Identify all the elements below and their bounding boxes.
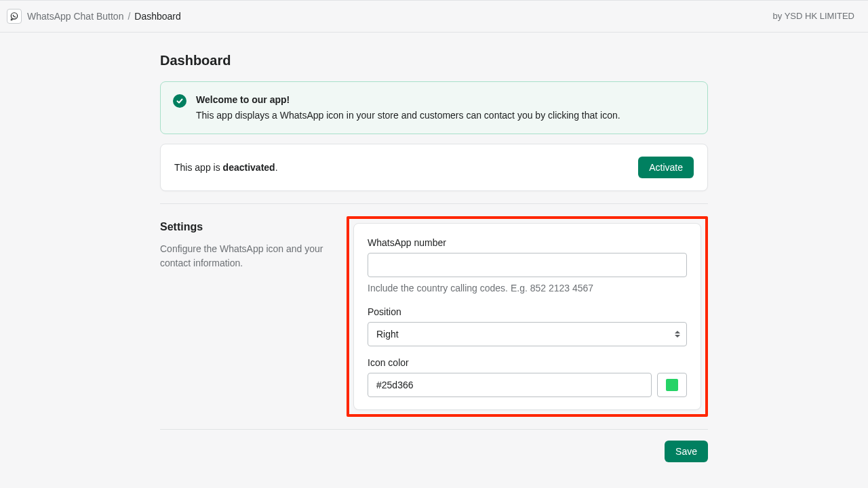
checkmark-icon [176, 97, 184, 105]
page-title: Dashboard [160, 50, 708, 70]
whatsapp-number-help: Include the country calling codes. E.g. … [368, 281, 687, 296]
field-icon-color: Icon color [368, 356, 687, 397]
check-circle-icon [173, 94, 186, 108]
settings-heading: Settings [160, 219, 333, 235]
topbar: WhatsApp Chat Button / Dashboard by YSD … [0, 0, 868, 33]
color-swatch-button[interactable] [657, 373, 687, 397]
settings-side: Settings Configure the WhatsApp icon and… [160, 216, 333, 270]
position-select-wrap: Right [368, 322, 687, 346]
whatsapp-icon [9, 12, 19, 21]
divider [160, 429, 708, 430]
topbar-left: WhatsApp Chat Button / Dashboard [7, 9, 181, 24]
save-button[interactable]: Save [665, 441, 708, 462]
settings-highlight-box: WhatsApp number Include the country call… [347, 216, 708, 417]
position-label: Position [368, 305, 687, 319]
banner-description: This app displays a WhatsApp icon in you… [196, 108, 620, 123]
status-card: This app is deactivated. Activate [160, 144, 708, 191]
icon-color-row [368, 373, 687, 397]
settings-section: Settings Configure the WhatsApp icon and… [160, 216, 708, 417]
breadcrumb-app[interactable]: WhatsApp Chat Button [27, 9, 123, 24]
welcome-banner: Welcome to our app! This app displays a … [160, 81, 708, 134]
status-state: deactivated [223, 162, 275, 173]
page-body: Dashboard Welcome to our app! This app d… [160, 33, 708, 488]
settings-description: Configure the WhatsApp icon and your con… [160, 242, 333, 270]
icon-color-input[interactable] [368, 373, 652, 397]
breadcrumb-separator: / [127, 9, 130, 24]
settings-card: WhatsApp number Include the country call… [353, 223, 701, 410]
field-whatsapp-number: WhatsApp number Include the country call… [368, 236, 687, 296]
status-text: This app is deactivated. [174, 161, 278, 175]
by-line: by YSD HK LIMITED [773, 9, 854, 23]
whatsapp-number-label: WhatsApp number [368, 236, 687, 250]
page-actions: Save [160, 441, 708, 462]
banner-title: Welcome to our app! [196, 93, 620, 107]
color-swatch [666, 379, 678, 391]
activate-button[interactable]: Activate [638, 157, 694, 178]
breadcrumb: WhatsApp Chat Button / Dashboard [27, 9, 181, 24]
banner-content: Welcome to our app! This app displays a … [196, 93, 620, 123]
whatsapp-number-input[interactable] [368, 253, 687, 277]
svg-point-0 [11, 13, 17, 19]
app-icon [7, 9, 22, 24]
field-position: Position Right [368, 305, 687, 346]
status-prefix: This app is [174, 162, 223, 173]
status-suffix: . [275, 162, 278, 173]
breadcrumb-current: Dashboard [134, 9, 181, 24]
icon-color-label: Icon color [368, 356, 687, 370]
divider [160, 203, 708, 204]
position-select[interactable]: Right [368, 322, 687, 346]
